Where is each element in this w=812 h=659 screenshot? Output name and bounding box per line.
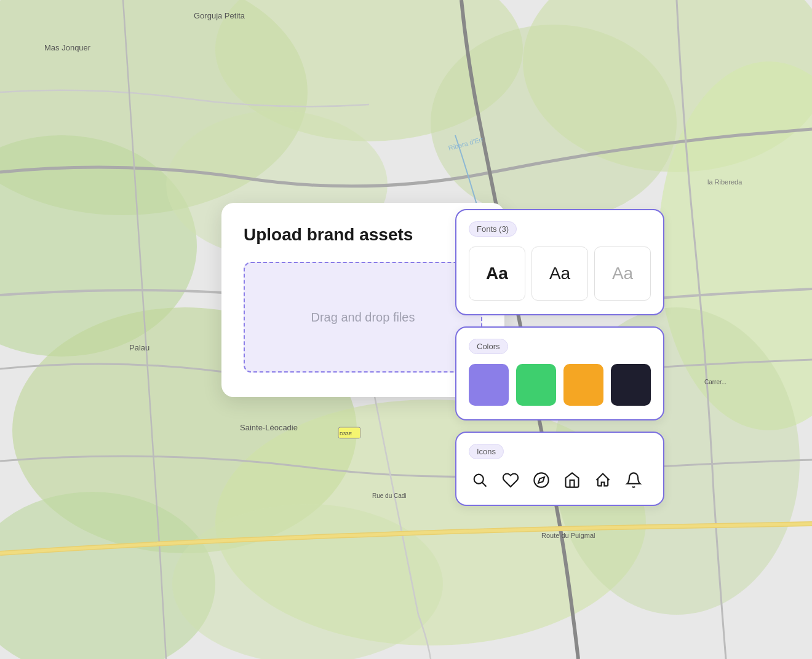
fonts-grid: Aa Aa Aa (469, 247, 651, 301)
svg-text:D33E: D33E (340, 431, 352, 436)
colors-grid (469, 364, 651, 406)
svg-text:Rue du Cadi: Rue du Cadi (372, 492, 407, 499)
bell-icon[interactable] (623, 469, 645, 491)
heart-icon[interactable] (500, 469, 522, 491)
house-icon[interactable] (592, 469, 614, 491)
svg-text:Palau: Palau (129, 343, 149, 352)
svg-text:Mas Jonquer: Mas Jonquer (44, 43, 91, 52)
home-icon[interactable] (561, 469, 583, 491)
svg-text:Carrer...: Carrer... (704, 379, 726, 385)
svg-line-25 (482, 483, 486, 486)
colors-panel: Colors (455, 326, 664, 420)
font-label-bold: Aa (486, 264, 508, 283)
icons-row (469, 469, 651, 491)
icons-badge: Icons (469, 444, 504, 459)
color-swatch-orange[interactable] (563, 364, 603, 406)
svg-point-24 (474, 475, 484, 484)
upload-title: Upload brand assets (244, 225, 482, 245)
svg-text:Route du Puigmal: Route du Puigmal (541, 532, 595, 539)
svg-point-12 (172, 504, 443, 659)
font-label-light: Aa (612, 264, 633, 283)
color-swatch-purple[interactable] (469, 364, 509, 406)
font-box-regular: Aa (531, 247, 588, 301)
svg-text:Sainte-Léocadie: Sainte-Léocadie (240, 423, 298, 432)
fonts-badge: Fonts (3) (469, 221, 517, 237)
font-box-bold: Aa (469, 247, 525, 301)
svg-point-26 (534, 473, 548, 487)
fonts-panel: Fonts (3) Aa Aa Aa (455, 209, 664, 315)
dropzone-text: Drag and drop files (311, 310, 415, 325)
search-icon[interactable] (469, 469, 491, 491)
colors-badge: Colors (469, 339, 508, 354)
font-box-light: Aa (594, 247, 651, 301)
icons-panel: Icons (455, 432, 664, 506)
svg-marker-27 (538, 477, 544, 483)
panels-container: Fonts (3) Aa Aa Aa Colors Icons (455, 209, 664, 506)
color-swatch-green[interactable] (516, 364, 556, 406)
svg-text:Gorguja Petita: Gorguja Petita (194, 11, 245, 20)
compass-icon[interactable] (530, 469, 552, 491)
dropzone[interactable]: Drag and drop files (244, 262, 482, 373)
svg-text:la Ribereda: la Ribereda (707, 178, 742, 186)
color-swatch-dark[interactable] (611, 364, 651, 406)
font-label-regular: Aa (549, 264, 570, 283)
